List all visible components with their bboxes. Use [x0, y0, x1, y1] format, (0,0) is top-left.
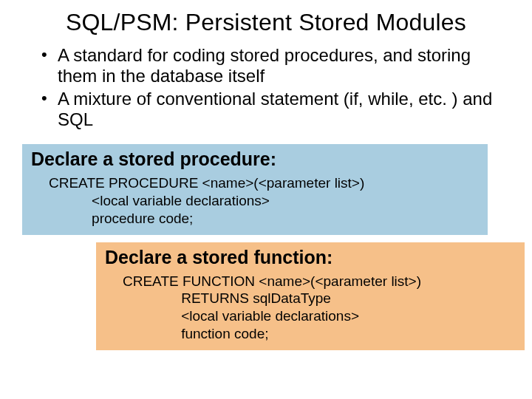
bullet-item: A standard for coding stored procedures,… [41, 45, 502, 86]
bullet-item: A mixture of conventional statement (if,… [41, 89, 502, 129]
slide-title: SQL/PSM: Persistent Stored Modules [0, 0, 532, 41]
function-heading: Declare a stored function: [105, 247, 516, 268]
procedure-code: CREATE PROCEDURE <name>(<parameter list>… [31, 174, 479, 227]
procedure-heading: Declare a stored procedure: [31, 149, 479, 170]
function-box: Declare a stored function: CREATE FUNCTI… [96, 242, 525, 350]
bullet-list: A standard for coding stored procedures,… [0, 41, 532, 140]
procedure-box: Declare a stored procedure: CREATE PROCE… [22, 144, 488, 234]
function-code: CREATE FUNCTION <name>(<parameter list>)… [105, 273, 516, 343]
